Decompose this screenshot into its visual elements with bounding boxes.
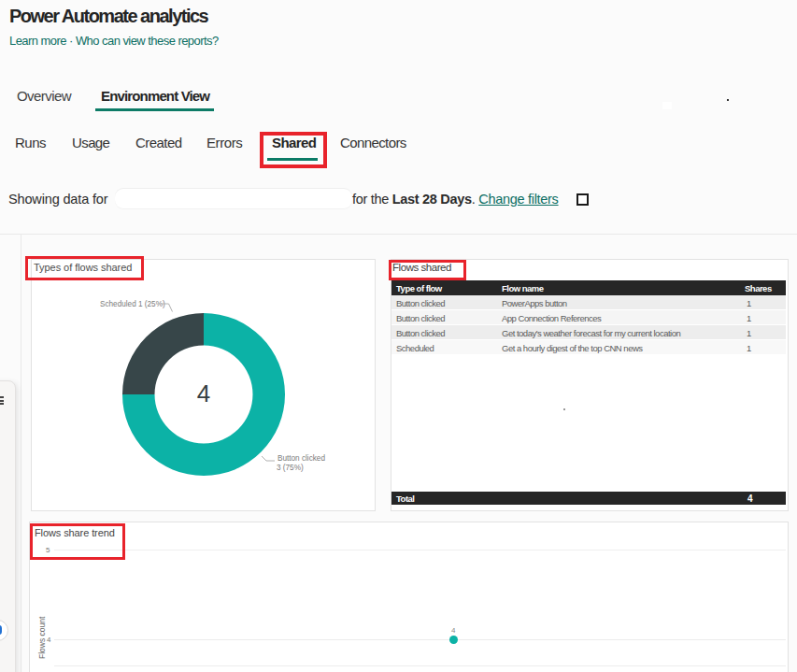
svg-text:Button clicked: Button clicked (278, 454, 325, 463)
svg-text:Scheduled 1 (25%): Scheduled 1 (25%) (100, 300, 165, 308)
svg-text:3 (75%): 3 (75%) (277, 464, 304, 472)
svg-text:4: 4 (197, 379, 210, 407)
